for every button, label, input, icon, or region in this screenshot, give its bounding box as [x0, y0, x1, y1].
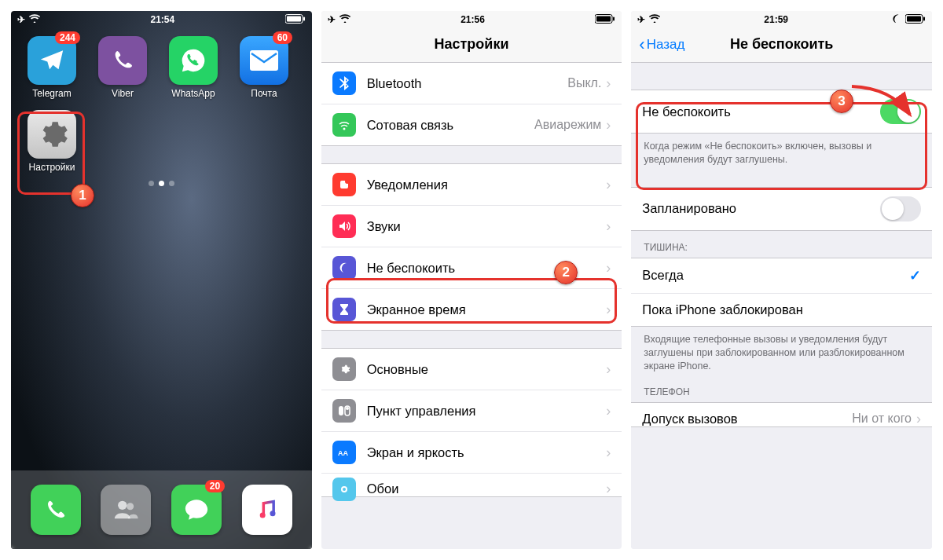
svg-rect-14 — [339, 406, 343, 415]
chevron-icon: › — [916, 411, 921, 427]
moon-icon — [892, 14, 901, 26]
row-silence-always[interactable]: Всегда ✓ — [631, 258, 932, 293]
svg-point-16 — [346, 407, 349, 410]
app-whatsapp[interactable]: WhatsApp — [167, 36, 220, 99]
silence-header: ТИШИНА: — [631, 231, 932, 258]
gear-icon — [35, 118, 68, 151]
toggle-scheduled[interactable] — [880, 196, 921, 221]
badge: 20 — [205, 480, 225, 492]
svg-point-13 — [345, 179, 350, 184]
row-label: Всегда — [642, 268, 909, 283]
telegram-icon — [39, 47, 65, 74]
dock-music[interactable] — [240, 485, 294, 535]
back-label: Назад — [647, 37, 685, 53]
chevron-icon: › — [606, 361, 611, 378]
sound-icon — [332, 214, 356, 238]
sliders-icon — [332, 399, 356, 423]
app-label: Почта — [251, 88, 277, 99]
bluetooth-icon — [332, 71, 356, 95]
svg-point-5 — [127, 503, 134, 510]
row-silence-locked[interactable]: Пока iPhone заблокирован — [631, 293, 932, 326]
chevron-icon: › — [606, 403, 611, 419]
row-cellular[interactable]: Сотовая связь Авиарежим › — [321, 104, 622, 145]
svg-rect-9 — [596, 16, 611, 21]
app-viber[interactable]: Viber — [96, 36, 149, 99]
app-settings[interactable]: Настройки — [25, 110, 79, 173]
svg-point-11 — [343, 128, 345, 130]
back-button[interactable]: ‹ Назад — [639, 37, 684, 53]
dnd-header: ‹ Назад Не беспокоить — [631, 28, 932, 63]
cellular-icon — [332, 113, 356, 137]
page-title: Не беспокоить — [730, 36, 834, 53]
status-time: 21:59 — [764, 14, 788, 25]
row-screentime[interactable]: Экранное время › — [321, 288, 622, 330]
battery-icon — [285, 14, 306, 26]
airplane-icon: ✈ — [637, 14, 645, 25]
dnd-footer: Когда режим «Не беспокоить» включен, выз… — [631, 134, 932, 170]
row-label: Пока iPhone заблокирован — [642, 302, 921, 317]
row-controlcenter[interactable]: Пункт управления › — [321, 390, 622, 431]
svg-point-6 — [259, 513, 265, 518]
app-row-2: Настройки — [11, 99, 312, 173]
row-general[interactable]: Основные › — [321, 349, 622, 390]
app-telegram[interactable]: 244 Telegram — [25, 36, 79, 99]
wifi-icon — [29, 14, 40, 25]
page-dots[interactable] — [11, 173, 312, 194]
row-value: Авиарежим — [534, 118, 601, 132]
check-icon: ✓ — [909, 267, 921, 284]
wifi-icon — [339, 14, 350, 25]
status-time: 21:56 — [460, 14, 485, 25]
chevron-icon: › — [606, 445, 611, 461]
page-title: Настройки — [435, 36, 509, 53]
dock: 20 — [11, 470, 312, 549]
silence-footer: Входящие телефонные вызовы и уведомления… — [631, 327, 932, 376]
phone-header: ТЕЛЕФОН — [631, 375, 932, 402]
status-time: 21:54 — [150, 14, 174, 25]
settings-header: Настройки — [321, 28, 622, 63]
app-label: Настройки — [29, 162, 75, 173]
row-allow-calls[interactable]: Допуск вызовов Ни от кого › — [631, 403, 932, 426]
svg-rect-22 — [923, 16, 925, 20]
app-row-1: 244 Telegram Viber WhatsApp 60 Почта — [11, 28, 312, 99]
svg-point-7 — [270, 511, 275, 516]
row-label: Допуск вызовов — [642, 412, 852, 426]
svg-rect-1 — [287, 16, 301, 21]
dock-phone[interactable] — [29, 485, 83, 535]
row-label: Сотовая связь — [367, 118, 534, 133]
notif-icon — [332, 173, 356, 196]
row-label: Bluetooth — [367, 76, 568, 91]
step-badge-1: 1 — [71, 184, 94, 207]
brightness-icon: AA — [332, 441, 356, 464]
app-mail[interactable]: 60 Почта — [237, 36, 291, 99]
row-display[interactable]: AA Экран и яркость › — [321, 431, 622, 473]
row-label: Обои — [367, 481, 607, 496]
dock-contacts[interactable] — [99, 485, 152, 535]
row-dnd-toggle[interactable]: Не беспокоить — [631, 90, 932, 133]
row-label: Запланировано — [642, 201, 880, 216]
gear-icon — [332, 357, 356, 381]
row-wallpaper[interactable]: Обои › — [321, 473, 622, 496]
moon-icon — [332, 256, 356, 280]
status-bar: ✈ 21:56 — [321, 11, 622, 28]
app-label: Viber — [112, 88, 134, 99]
row-bluetooth[interactable]: Bluetooth Выкл. › — [321, 63, 622, 104]
toggle-dnd[interactable] — [880, 99, 921, 124]
airplane-icon: ✈ — [17, 14, 25, 25]
app-label: Telegram — [32, 88, 71, 99]
row-notifications[interactable]: Уведомления › — [321, 164, 622, 205]
step-badge-3: 3 — [830, 90, 853, 113]
svg-rect-3 — [250, 50, 278, 71]
svg-rect-10 — [613, 16, 615, 20]
row-label: Экранное время — [367, 302, 607, 317]
row-sounds[interactable]: Звуки › — [321, 205, 622, 247]
svg-point-4 — [119, 501, 127, 510]
row-label: Уведомления — [367, 178, 607, 192]
row-scheduled[interactable]: Запланировано — [631, 188, 932, 230]
chevron-icon: › — [606, 481, 611, 497]
svg-rect-2 — [303, 16, 305, 20]
battery-icon — [595, 14, 615, 26]
chevron-left-icon: ‹ — [639, 39, 644, 50]
airplane-icon: ✈ — [328, 14, 336, 25]
battery-icon — [905, 14, 926, 26]
dock-messages[interactable]: 20 — [170, 485, 223, 535]
